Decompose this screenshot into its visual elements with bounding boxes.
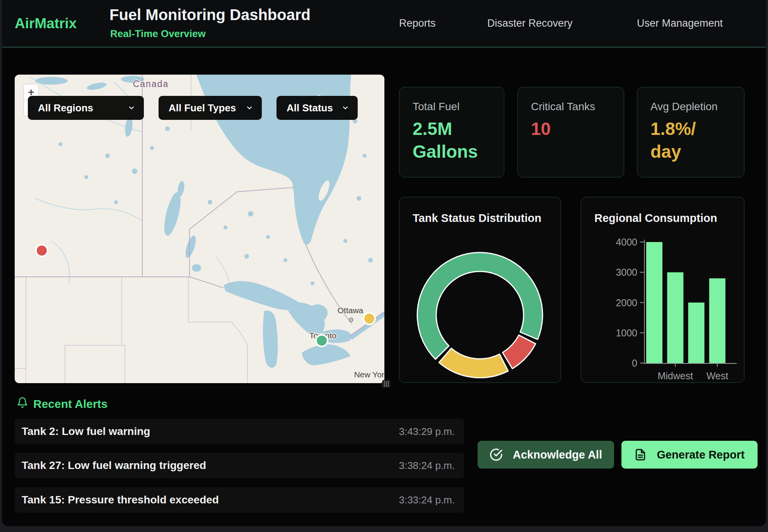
file-text-icon	[634, 448, 647, 461]
tank-marker-normal[interactable]	[316, 335, 328, 346]
check-circle-icon	[490, 448, 503, 461]
regional-consumption-bar-chart: 01000200030004000MidwestWest	[581, 197, 744, 383]
kpi-value: 2.5M Gallons	[413, 118, 491, 163]
app-window: AirMatrix Fuel Monitoring Dashboard Real…	[2, 0, 766, 526]
alert-message: Tank 2: Low fuel warning	[22, 425, 150, 438]
alert-timestamp: 3:43:29 p.m.	[399, 426, 455, 438]
screen: AirMatrix Fuel Monitoring Dashboard Real…	[0, 0, 768, 532]
alert-timestamp: 3:33:24 p.m.	[399, 494, 455, 506]
page-title: Fuel Monitoring Dashboard	[109, 6, 311, 24]
kpi-avg-depletion: Avg Depletion 1.8%/​day	[637, 87, 744, 177]
chevron-down-icon	[128, 104, 135, 112]
alerts-section-title: Recent Alerts	[33, 397, 108, 411]
header: AirMatrix Fuel Monitoring Dashboard Real…	[2, 0, 766, 48]
alert-row[interactable]: Tank 2: Low fuel warning 3:43:29 p.m.	[15, 419, 464, 444]
alert-message: Tank 27: Low fuel warning triggered	[22, 459, 206, 472]
map-label-ottawa: Ottawa	[338, 306, 364, 315]
kpi-value: 10	[531, 118, 611, 140]
x-tick-label: West	[707, 370, 729, 381]
y-tick-label: 3000	[616, 267, 637, 278]
fuel-type-filter-dropdown[interactable]: All Fuel Types	[159, 96, 262, 120]
tank-marker-critical[interactable]	[36, 245, 48, 256]
regional-consumption-panel: Regional Consumption 01000200030004000Mi…	[581, 197, 744, 383]
y-tick-label: 2000	[616, 297, 637, 308]
x-tick-label: Midwest	[657, 370, 693, 381]
fuel-map[interactable]: Canada Ottawa Toronto New York + − All R…	[15, 75, 384, 383]
kpi-label: Critical Tanks	[531, 101, 611, 113]
generate-report-button[interactable]: Generate Report	[621, 441, 758, 469]
kpi-label: Total Fuel	[413, 101, 491, 113]
app-logo: AirMatrix	[15, 15, 77, 32]
bell-icon	[17, 397, 28, 408]
y-tick-label: 0	[632, 358, 637, 368]
donut-segment-critical	[503, 335, 536, 369]
region-filter-value: All Regions	[38, 102, 93, 114]
alert-row[interactable]: Tank 15: Pressure threshold exceeded 3:3…	[15, 487, 464, 513]
dots-grid-icon	[384, 381, 389, 387]
fuel-type-filter-value: All Fuel Types	[169, 102, 236, 114]
nav-disaster-recovery[interactable]: Disaster Recovery	[487, 17, 573, 29]
alert-message: Tank 15: Pressure threshold exceeded	[22, 494, 219, 506]
kpi-critical-tanks: Critical Tanks 10	[517, 87, 624, 177]
kpi-value: 1.8%/​day	[650, 118, 707, 163]
status-filter-dropdown[interactable]: All Status	[276, 96, 358, 120]
tank-status-donut-chart	[414, 249, 546, 381]
chevron-down-icon	[341, 104, 349, 112]
alert-row[interactable]: Tank 27: Low fuel warning triggered 3:38…	[15, 453, 464, 478]
kpi-label: Avg Depletion	[650, 101, 731, 113]
bar-3	[709, 278, 725, 363]
page-subtitle: Real-Time Overview	[110, 28, 206, 40]
y-tick-label: 1000	[616, 327, 637, 338]
nav-reports[interactable]: Reports	[399, 17, 436, 29]
donut-segment-warning	[439, 348, 508, 378]
status-filter-value: All Status	[287, 102, 333, 114]
alert-timestamp: 3:38:24 p.m.	[399, 460, 455, 472]
ottawa-town-dot-center	[350, 319, 352, 320]
map-canvas: Canada Ottawa Toronto New York	[15, 75, 384, 383]
nav-user-management[interactable]: User Management	[637, 17, 723, 29]
map-drag-handle-icon[interactable]	[382, 380, 390, 387]
generate-report-label: Generate Report	[657, 448, 744, 461]
acknowledge-all-button[interactable]: Acknowledge All	[478, 441, 614, 469]
map-label-canada: Canada	[133, 79, 169, 89]
bar-2	[688, 303, 705, 363]
bar-1	[667, 272, 683, 363]
kpi-total-fuel: Total Fuel 2.5M Gallons	[399, 87, 504, 177]
bar-0	[646, 242, 662, 363]
y-tick-label: 4000	[616, 237, 637, 247]
tank-marker-warning[interactable]	[364, 313, 375, 324]
chevron-down-icon	[246, 104, 253, 112]
map-filter-bar: All Regions All Fuel Types All Status	[28, 96, 358, 120]
panel-title: Tank Status Distribution	[413, 212, 541, 225]
region-filter-dropdown[interactable]: All Regions	[28, 96, 144, 120]
map-label-newyork: New York	[354, 370, 384, 379]
acknowledge-all-label: Acknowledge All	[513, 448, 602, 461]
tank-status-panel: Tank Status Distribution	[399, 197, 561, 383]
